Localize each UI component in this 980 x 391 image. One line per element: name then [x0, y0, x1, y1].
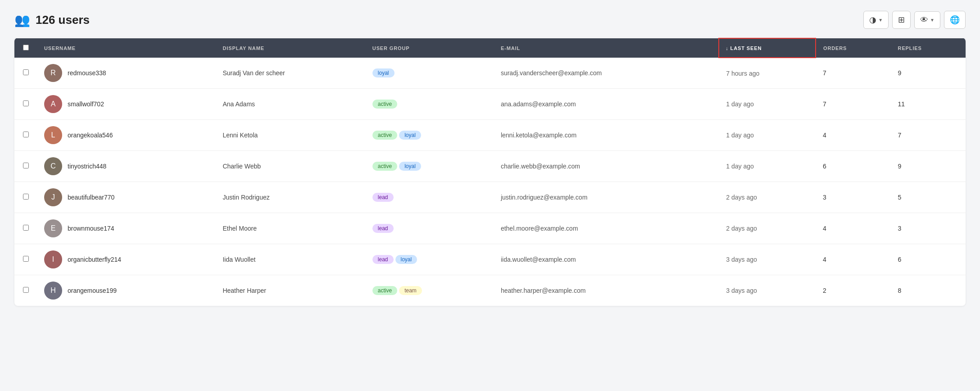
filter-button[interactable]: ◑ ▼ [863, 11, 889, 29]
avatar: A [44, 95, 62, 113]
avatar: E [44, 219, 62, 237]
username-text[interactable]: beautifulbear770 [68, 194, 114, 201]
badge-loyal: loyal [372, 68, 395, 77]
user-group-cell: lead [365, 213, 494, 244]
table-row: Lorangekoala546Lenni Ketolaactiveloyalle… [14, 120, 966, 151]
user-group-cell: activeloyal [365, 151, 494, 182]
row-checkbox-cell [14, 151, 37, 182]
display-name-cell: Justin Rodriguez [215, 182, 365, 213]
last-seen-cell: 7 hours ago [719, 58, 816, 89]
row-checkbox-6[interactable] [23, 256, 29, 262]
page-container: 👥 126 users ◑ ▼ ⊞ 👁 ▼ 🌐 [0, 0, 980, 391]
email-cell: ana.adams@example.com [494, 89, 719, 120]
view-button[interactable]: 👁 ▼ [914, 11, 940, 29]
row-checkbox-5[interactable] [23, 225, 29, 231]
display-name-cell: Iida Wuollet [215, 244, 365, 275]
replies-cell: 9 [891, 151, 966, 182]
username-text[interactable]: smallwolf702 [68, 100, 104, 108]
table-header-row: USERNAME DISPLAY NAME USER GROUP E-MAIL … [14, 38, 966, 58]
badge-active: active [372, 131, 397, 140]
badge-team: team [399, 286, 422, 295]
avatar: I [44, 250, 62, 268]
username-text[interactable]: redmouse338 [68, 69, 106, 77]
table-row: Horangemouse199Heather Harperactiveteamh… [14, 275, 966, 306]
replies-cell: 6 [891, 244, 966, 275]
user-group-cell: activeloyal [365, 120, 494, 151]
orders-cell: 3 [816, 182, 891, 213]
replies-column-header: REPLIES [891, 38, 966, 58]
filter-caret-icon: ▼ [878, 18, 883, 23]
header-left: 👥 126 users [14, 13, 90, 27]
row-checkbox-cell [14, 58, 37, 89]
layout-icon: ⊞ [898, 15, 905, 25]
username-text[interactable]: tinyostrich448 [68, 163, 106, 170]
header-actions: ◑ ▼ ⊞ 👁 ▼ 🌐 [863, 11, 966, 29]
globe-button[interactable]: 🌐 [944, 11, 966, 29]
row-checkbox-7[interactable] [23, 287, 29, 293]
badge-active: active [372, 162, 397, 171]
select-all-checkbox[interactable] [23, 45, 29, 50]
display-name-cell: Charlie Webb [215, 151, 365, 182]
orders-cell: 6 [816, 151, 891, 182]
avatar: C [44, 157, 62, 175]
last-seen-cell: 2 days ago [719, 213, 816, 244]
orders-cell: 4 [816, 244, 891, 275]
row-checkbox-2[interactable] [23, 132, 29, 137]
badge-loyal: loyal [399, 131, 421, 140]
username-text[interactable]: brownmouse174 [68, 225, 114, 232]
last-seen-cell: 3 days ago [719, 244, 816, 275]
replies-cell: 3 [891, 213, 966, 244]
badge-loyal: loyal [395, 255, 417, 264]
username-cell: Horangemouse199 [37, 275, 215, 306]
filter-icon: ◑ [869, 15, 876, 25]
username-cell: Lorangekoala546 [37, 120, 215, 151]
orders-cell: 2 [816, 275, 891, 306]
row-checkbox-0[interactable] [23, 69, 29, 75]
username-cell: Jbeautifulbear770 [37, 182, 215, 213]
checkbox-column-header [14, 38, 37, 58]
users-table: USERNAME DISPLAY NAME USER GROUP E-MAIL … [14, 38, 966, 306]
row-checkbox-1[interactable] [23, 100, 29, 106]
avatar: J [44, 188, 62, 206]
last-seen-column-header[interactable]: ↓ LAST SEEN [719, 38, 816, 58]
display-name-column-header: DISPLAY NAME [215, 38, 365, 58]
display-name-cell: Ana Adams [215, 89, 365, 120]
eye-icon: 👁 [920, 15, 928, 25]
replies-cell: 8 [891, 275, 966, 306]
orders-cell: 7 [816, 89, 891, 120]
user-group-cell: lead [365, 182, 494, 213]
row-checkbox-4[interactable] [23, 194, 29, 200]
email-cell: suradj.vanderscheer@example.com [494, 58, 719, 89]
replies-cell: 11 [891, 89, 966, 120]
layout-button[interactable]: ⊞ [892, 11, 911, 29]
badge-loyal: loyal [399, 162, 421, 171]
username-text[interactable]: orangekoala546 [68, 132, 113, 139]
username-cell: Ctinyostrich448 [37, 151, 215, 182]
email-column-header: E-MAIL [494, 38, 719, 58]
badge-active: active [372, 100, 397, 109]
row-checkbox-cell [14, 275, 37, 306]
username-cell: Asmallwolf702 [37, 89, 215, 120]
orders-cell: 4 [816, 120, 891, 151]
last-seen-cell: 2 days ago [719, 182, 816, 213]
table-row: Asmallwolf702Ana Adamsactiveana.adams@ex… [14, 89, 966, 120]
row-checkbox-3[interactable] [23, 163, 29, 168]
username-text[interactable]: organicbutterfly214 [68, 256, 121, 263]
email-cell: ethel.moore@example.com [494, 213, 719, 244]
username-cell: Iorganicbutterfly214 [37, 244, 215, 275]
row-checkbox-cell [14, 89, 37, 120]
user-group-cell: active [365, 89, 494, 120]
table-row: Jbeautifulbear770Justin Rodriguezleadjus… [14, 182, 966, 213]
row-checkbox-cell [14, 182, 37, 213]
user-group-column-header: USER GROUP [365, 38, 494, 58]
orders-cell: 7 [816, 58, 891, 89]
badge-lead: lead [372, 224, 394, 233]
row-checkbox-cell [14, 213, 37, 244]
username-text[interactable]: orangemouse199 [68, 287, 117, 294]
table-row: Ctinyostrich448Charlie Webbactiveloyalch… [14, 151, 966, 182]
badge-lead: lead [372, 193, 394, 202]
replies-cell: 9 [891, 58, 966, 89]
email-cell: iida.wuollet@example.com [494, 244, 719, 275]
avatar: R [44, 64, 62, 82]
header: 👥 126 users ◑ ▼ ⊞ 👁 ▼ 🌐 [14, 11, 966, 29]
